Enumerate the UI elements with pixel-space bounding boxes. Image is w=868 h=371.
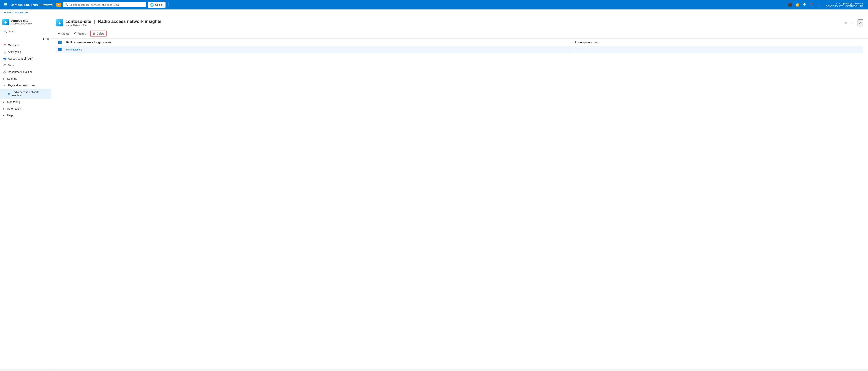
sidebar-item-help[interactable]: ▶ Help [0, 112, 51, 119]
page-subtitle: Mobile Network Site [65, 24, 841, 27]
sidebar-item-label: Monitoring [7, 100, 20, 103]
sidebar-item-label: Automation [7, 107, 21, 110]
row-checkbox[interactable]: ✓ [58, 48, 62, 51]
sidebar-item-label: Activity log [8, 50, 21, 54]
sidebar-item-label: Tags [8, 64, 14, 67]
header-checkbox[interactable]: ✓ [58, 41, 62, 44]
page-actions: ☆ ··· ✕ [843, 19, 863, 26]
copilot-label: Copilot [155, 3, 163, 6]
access-control-icon: 👥 [3, 57, 6, 60]
row-name-cell: RANInsights1 [64, 46, 572, 53]
breadcrumb-current[interactable]: contoso-site [14, 11, 28, 14]
favorite-button[interactable]: ☆ [843, 20, 848, 26]
close-button[interactable]: ✕ [858, 19, 863, 26]
page-title-section: Radio access network insights [98, 19, 161, 24]
sidebar-item-resource-visualizer[interactable]: 🔗 Resource visualizer [0, 69, 51, 75]
bell-icon[interactable]: 🔔 [794, 1, 801, 8]
nav-divider [168, 2, 168, 7]
terminal-icon[interactable]: ⬛ [787, 1, 794, 8]
page-header: ◆ contoso-site | Radio access network in… [51, 16, 868, 28]
sidebar-search-container[interactable]: 🔍 [2, 29, 49, 34]
sidebar-resource-header: ◆ contoso-site Mobile Network Site [0, 16, 51, 27]
table-header-checkbox-cell: ✓ [56, 39, 64, 46]
user-info[interactable]: chrisqpublic@contoso.c... CONTOSO, LTD. … [826, 2, 866, 8]
toolbar: + Create ↺ Refresh 🗑 Delete [51, 28, 868, 39]
refresh-icon: ↺ [74, 32, 76, 35]
sidebar-item-label: Physical infrastructure [7, 84, 35, 87]
physical-infra-expand-arrow: ▼ [3, 85, 5, 87]
nav-icon-group: ⬛ 🔔 ⚙ ❓ 👤 [787, 1, 822, 8]
breadcrumb: Home > contoso-site [0, 9, 868, 16]
refresh-label: Refresh [78, 32, 87, 35]
alert-badge: ⚑ [56, 3, 61, 7]
table-header-row: ✓ Radio access network insights name Acc… [56, 39, 863, 46]
table-row[interactable]: ✓ RANInsights1 4 [56, 46, 863, 53]
sidebar-item-label: Access control (IAM) [8, 57, 33, 60]
sidebar-item-label: Radio access network insights [12, 91, 48, 97]
person-icon[interactable]: 👤 [815, 1, 822, 8]
monitoring-expand-arrow: ▶ [3, 101, 5, 103]
delete-label: Delete [96, 32, 104, 35]
overview-icon: 📍 [3, 43, 6, 47]
row-access-point-count-cell: 4 [572, 46, 863, 53]
page-title-resource: contoso-site [65, 19, 91, 24]
global-search-bar[interactable]: 🔍 [63, 2, 146, 7]
delete-icon: 🗑 [92, 32, 95, 35]
sidebar-item-access-control[interactable]: 👥 Access control (IAM) [0, 55, 51, 62]
sidebar-resource-subtitle: Mobile Network Site [11, 22, 32, 25]
sidebar-item-overview[interactable]: 📍 Overview [0, 42, 51, 49]
refresh-button[interactable]: ↺ Refresh [72, 30, 89, 36]
activity-log-icon: 📋 [3, 50, 6, 54]
create-label: Create [61, 32, 69, 35]
breadcrumb-separator: > [12, 11, 13, 14]
sidebar-item-ran-insights[interactable]: ◆ Radio access network insights [0, 89, 51, 99]
sidebar: ◆ contoso-site Mobile Network Site 🔍 ◈ «… [0, 16, 51, 369]
create-icon: + [58, 32, 60, 35]
table-area: ✓ Radio access network insights name Acc… [51, 39, 868, 53]
hamburger-menu[interactable]: ☰ [2, 2, 9, 8]
content-area: ◆ contoso-site | Radio access network in… [51, 16, 868, 369]
page-title-separator: | [94, 19, 95, 24]
sidebar-item-monitoring[interactable]: ▶ Monitoring [0, 99, 51, 105]
main-layout: ◆ contoso-site Mobile Network Site 🔍 ◈ «… [0, 16, 868, 369]
ran-insights-link[interactable]: RANInsights1 [66, 48, 82, 51]
copilot-icon: 🌐 [150, 3, 154, 7]
sidebar-item-tags[interactable]: 🏷 Tags [0, 62, 51, 69]
sidebar-item-settings[interactable]: ▶ Settings [0, 75, 51, 82]
breadcrumb-home[interactable]: Home [4, 11, 11, 14]
ran-insights-icon: ◆ [8, 92, 10, 95]
ran-insights-table: ✓ Radio access network insights name Acc… [56, 39, 863, 53]
sidebar-search-input[interactable] [8, 30, 48, 33]
sidebar-item-activity-log[interactable]: 📋 Activity log [0, 49, 51, 55]
sidebar-item-automation[interactable]: ▶ Automation [0, 105, 51, 112]
copilot-button[interactable]: 🌐 Copilot [148, 2, 165, 8]
page-title-group: contoso-site | Radio access network insi… [65, 19, 841, 27]
sidebar-collapse-button[interactable]: « [46, 36, 50, 41]
top-navigation: ☰ Contoso, Ltd. Azure (Preview) ⚑ 🔍 🌐 Co… [0, 0, 868, 9]
table-header-name: Radio access network insights name [64, 39, 572, 46]
page-resource-icon: ◆ [56, 19, 63, 26]
sidebar-item-label: Help [7, 114, 13, 117]
more-options-button[interactable]: ··· [850, 20, 855, 26]
gear-icon[interactable]: ⚙ [802, 1, 807, 8]
question-icon[interactable]: ❓ [808, 1, 815, 8]
sidebar-item-label: Resource visualizer [8, 70, 32, 73]
sidebar-resource-icon: ◆ [2, 19, 9, 25]
sidebar-filter-button[interactable]: ◈ [41, 36, 45, 41]
row-checkbox-cell: ✓ [56, 46, 64, 53]
portal-title: Contoso, Ltd. Azure (Preview) [11, 3, 53, 6]
resource-visualizer-icon: 🔗 [3, 70, 6, 73]
sidebar-item-label: Settings [7, 77, 17, 80]
sidebar-item-physical-infrastructure[interactable]: ▼ Physical infrastructure [0, 82, 51, 89]
create-button[interactable]: + Create [56, 31, 71, 36]
help-expand-arrow: ▶ [3, 114, 5, 117]
global-search-input[interactable] [69, 3, 144, 6]
table-header-access-point-count: Access point count [572, 39, 863, 46]
delete-button[interactable]: 🗑 Delete [90, 31, 106, 36]
page-title: contoso-site | Radio access network insi… [65, 19, 841, 24]
search-icon: 🔍 [65, 3, 68, 6]
sidebar-actions: ◈ « [0, 36, 51, 42]
sidebar-search-icon: 🔍 [4, 30, 7, 33]
user-org: CONTOSO, LTD. (CONTOSO, LTD.... [826, 5, 866, 8]
sidebar-resource-info: contoso-site Mobile Network Site [11, 19, 32, 25]
